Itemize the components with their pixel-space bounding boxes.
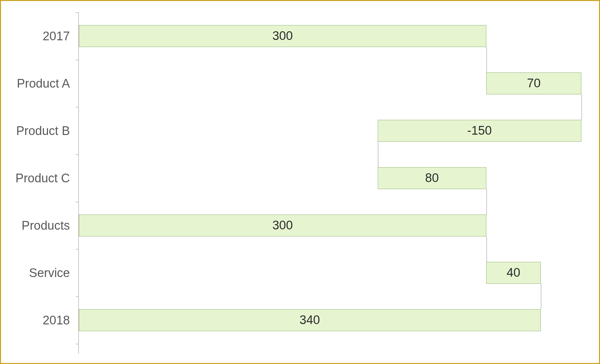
- chart-frame: 2017300Product A70Product B-150Product C…: [0, 0, 600, 364]
- waterfall-connector: [581, 94, 582, 120]
- axis-tick: [76, 60, 79, 60]
- axis-tick: [76, 249, 79, 250]
- axis-tick: [76, 296, 79, 297]
- category-label: Product B: [16, 124, 79, 138]
- bar-value-label: 40: [507, 266, 520, 280]
- plot-area: 2017300Product A70Product B-150Product C…: [78, 12, 581, 354]
- waterfall-bar: 340: [79, 309, 541, 331]
- bar-value-label: -150: [467, 124, 492, 138]
- axis-tick: [76, 12, 79, 13]
- chart-row: 2018340: [79, 296, 581, 344]
- axis-tick: [76, 202, 79, 202]
- category-label: Products: [22, 218, 79, 232]
- bar-value-label: 70: [527, 76, 540, 90]
- waterfall-bar: 300: [79, 25, 486, 47]
- axis-tick: [76, 344, 79, 344]
- axis-tick: [76, 154, 79, 155]
- chart-row: Product C80: [79, 154, 581, 202]
- category-label: Service: [29, 266, 79, 280]
- chart-row: Product B-150: [79, 107, 581, 154]
- bar-value-label: 300: [272, 29, 293, 43]
- waterfall-bar: 300: [79, 215, 486, 236]
- category-label: 2018: [43, 313, 79, 327]
- waterfall-bar: 40: [486, 262, 541, 284]
- bar-value-label: 300: [272, 218, 293, 232]
- bar-value-label: 80: [425, 171, 439, 185]
- category-label: 2017: [43, 29, 79, 43]
- bar-value-label: 340: [300, 313, 320, 327]
- waterfall-bar: -150: [378, 120, 581, 142]
- waterfall-bar: 80: [378, 167, 486, 189]
- chart-row: Products300: [79, 202, 581, 249]
- axis-tick: [76, 107, 79, 108]
- chart-row: Product A70: [79, 60, 581, 107]
- category-label: Product A: [17, 76, 79, 90]
- chart-row: Service40: [79, 249, 581, 296]
- category-label: Product C: [15, 171, 79, 185]
- waterfall-bar: 70: [486, 72, 581, 94]
- chart-row: 2017300: [79, 12, 581, 60]
